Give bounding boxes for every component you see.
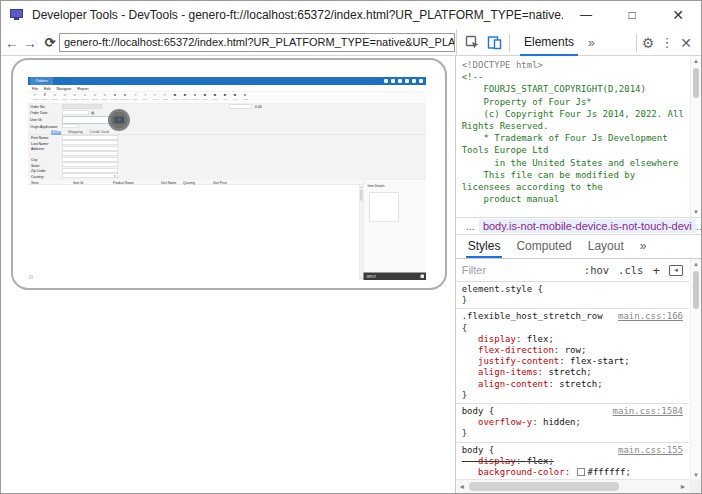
reload-icon[interactable]: ⟳ xyxy=(41,29,59,56)
toolbar-about-button[interactable]: ●About xyxy=(240,92,250,104)
dom-tree-line[interactable]: Tools Europe Ltd xyxy=(462,144,701,156)
dom-tree-line[interactable]: licensees according to the xyxy=(462,181,701,193)
breadcrumb-overflow[interactable]: ... xyxy=(696,220,701,232)
dom-tree-line[interactable]: * Trademark of Four Js Development xyxy=(462,132,701,144)
dom-tree-line[interactable]: (c) Copyright Four Js 2014, 2022. All xyxy=(462,108,701,120)
calendar-icon[interactable]: ▦ xyxy=(91,111,94,115)
toolbar-cancel-button[interactable]: ✗Cancel xyxy=(40,92,50,104)
billing-field[interactable] xyxy=(62,163,118,168)
css-property[interactable]: background-color: #ffffff; xyxy=(462,467,683,478)
app-titlebar-icon[interactable] xyxy=(384,79,388,83)
tab-styles[interactable]: Styles xyxy=(460,235,509,258)
css-rule[interactable]: body {main.css:1584 overflow-y: hidden;} xyxy=(456,404,689,443)
column-header[interactable]: Unit Price xyxy=(213,180,227,186)
dom-tree-line[interactable]: in the United States and elsewhere xyxy=(462,157,701,169)
billing-field[interactable] xyxy=(62,157,118,162)
settings-gear-icon[interactable]: ⚙ xyxy=(637,29,659,56)
toggle-hover-state[interactable]: :hov xyxy=(584,264,609,276)
billing-field[interactable] xyxy=(62,152,118,157)
billing-field[interactable] xyxy=(62,146,118,151)
sidebar-toggle-icon[interactable]: ◂ xyxy=(669,265,683,276)
dom-tree-line[interactable]: FOURJS_START_COPYRIGHT(D,2014) xyxy=(462,83,701,95)
origin-app-field[interactable] xyxy=(62,124,79,128)
devtools-close-icon[interactable]: ✕ xyxy=(675,29,697,56)
minimize-button[interactable]: — xyxy=(563,1,609,29)
app-menu-edit[interactable]: Edit xyxy=(44,85,50,91)
toggle-class[interactable]: .cls xyxy=(618,264,643,276)
billing-field[interactable] xyxy=(62,168,118,173)
styles-scrollbar[interactable]: ▲ ▼ xyxy=(690,259,701,480)
stylesheet-link[interactable]: main.css:166 xyxy=(618,311,683,322)
order-date-field[interactable] xyxy=(62,111,89,116)
css-rule[interactable]: element.style {} xyxy=(456,282,689,309)
column-header[interactable]: Quantity xyxy=(183,180,195,186)
forward-icon[interactable]: → xyxy=(21,29,39,56)
toolbar-pdf-button[interactable]: ■PDF xyxy=(200,92,210,104)
dom-tree-line[interactable]: Property of Four Js* xyxy=(462,96,701,108)
country-dropdown-icon[interactable]: ▾ xyxy=(114,174,116,178)
toolbar-xls-button[interactable]: ■XLS xyxy=(220,92,230,104)
app-titlebar-icon[interactable] xyxy=(412,79,416,83)
styles-pane[interactable]: element.style {}.flexible_host_stretch_r… xyxy=(456,282,689,479)
user-id-field[interactable] xyxy=(62,117,113,124)
css-property[interactable]: flex-direction: row; xyxy=(462,345,683,356)
styles-h-scrollbar[interactable]: ◄ ► xyxy=(456,479,689,493)
stylesheet-link[interactable]: main.css:155 xyxy=(618,445,683,456)
toolbar-txt-button[interactable]: ■TXT xyxy=(230,92,240,104)
tab-elements[interactable]: Elements xyxy=(514,29,584,56)
table-add-icon[interactable] xyxy=(29,275,33,279)
css-property[interactable]: overflow-y: hidden; xyxy=(462,417,683,428)
elements-scrollbar[interactable]: ▲ ▼ xyxy=(690,56,701,217)
toolbar-browse-button[interactable]: ●Browse xyxy=(120,92,130,104)
app-tab-credit-card[interactable]: Credit Card xyxy=(90,129,109,135)
dom-tree-line[interactable]: This file can be modified by xyxy=(462,169,701,181)
app-titlebar-icon[interactable] xyxy=(405,79,409,83)
dom-tree-line[interactable]: Rights Reserved. xyxy=(462,120,701,132)
css-property[interactable]: align-items: stretch; xyxy=(462,367,683,378)
billing-field[interactable] xyxy=(62,141,118,146)
app-menu-file[interactable]: File xyxy=(32,85,38,91)
toolbar-html-button[interactable]: ■HTML xyxy=(210,92,220,104)
app-tab-shipping[interactable]: Shipping xyxy=(68,129,83,135)
elements-tree-pane[interactable]: <!DOCTYPE html><!-- FOURJS_START_COPYRIG… xyxy=(456,56,701,217)
breadcrumb-selected-node[interactable]: body.is-not-mobile-device.is-not-touch-d… xyxy=(479,219,696,233)
css-rule[interactable]: .flexible_host_stretch_rowmain.css:166{ … xyxy=(456,309,689,404)
toolbar-accept-button[interactable]: ✓Accept xyxy=(30,92,40,104)
column-header[interactable]: Store xyxy=(31,180,39,186)
back-icon[interactable]: ← xyxy=(3,29,21,56)
app-menu-report[interactable]: Report xyxy=(77,85,88,91)
column-header[interactable]: Item Id xyxy=(73,180,83,186)
new-style-rule-button[interactable]: + xyxy=(652,263,660,278)
inspect-element-icon[interactable] xyxy=(461,29,483,56)
url-field[interactable]: genero-ft://localhost:65372/index.html?U… xyxy=(59,33,455,52)
maximize-button[interactable]: □ xyxy=(609,1,655,29)
breadcrumb-collapsed[interactable]: ... xyxy=(462,220,479,232)
filter-input[interactable]: Filter xyxy=(462,264,486,276)
css-rule[interactable]: body {main.css:155 display: flex; backgr… xyxy=(456,443,689,479)
close-button[interactable]: ✕ xyxy=(655,1,701,29)
app-titlebar-icon[interactable] xyxy=(419,79,423,83)
kebab-menu-icon[interactable]: ⋮ xyxy=(659,29,675,56)
css-property[interactable]: justify-content: flex-start; xyxy=(462,356,683,367)
tab-more[interactable]: » xyxy=(632,235,655,258)
billing-field[interactable] xyxy=(62,135,118,140)
app-tab-billing[interactable]: Billing xyxy=(51,129,61,135)
toolbar-print-button[interactable]: ■Print xyxy=(170,92,180,104)
app-window-tab[interactable]: Orders xyxy=(30,77,53,85)
css-property[interactable]: display: flex; xyxy=(462,334,683,345)
css-property[interactable]: display: flex; xyxy=(462,456,683,467)
dom-tree-line[interactable]: product manual xyxy=(462,193,701,205)
device-toolbar-icon[interactable] xyxy=(483,29,505,56)
css-property[interactable]: align-content: stretch; xyxy=(462,379,683,390)
dom-tree-line[interactable]: <!-- xyxy=(462,71,701,83)
toolbar-report-button[interactable]: ●Report xyxy=(190,92,200,104)
color-swatch[interactable] xyxy=(577,468,585,476)
column-header[interactable]: Product Name xyxy=(113,180,134,186)
tab-layout[interactable]: Layout xyxy=(580,235,632,258)
column-header[interactable]: Unit Name xyxy=(161,180,176,186)
dom-tree-line[interactable]: <!DOCTYPE html> xyxy=(462,59,701,71)
app-titlebar-icon[interactable] xyxy=(398,79,402,83)
app-titlebar-icon[interactable] xyxy=(391,79,395,83)
more-tabs-chevron[interactable]: » xyxy=(584,36,599,50)
app-menu-navigate[interactable]: Navigate xyxy=(57,85,72,91)
